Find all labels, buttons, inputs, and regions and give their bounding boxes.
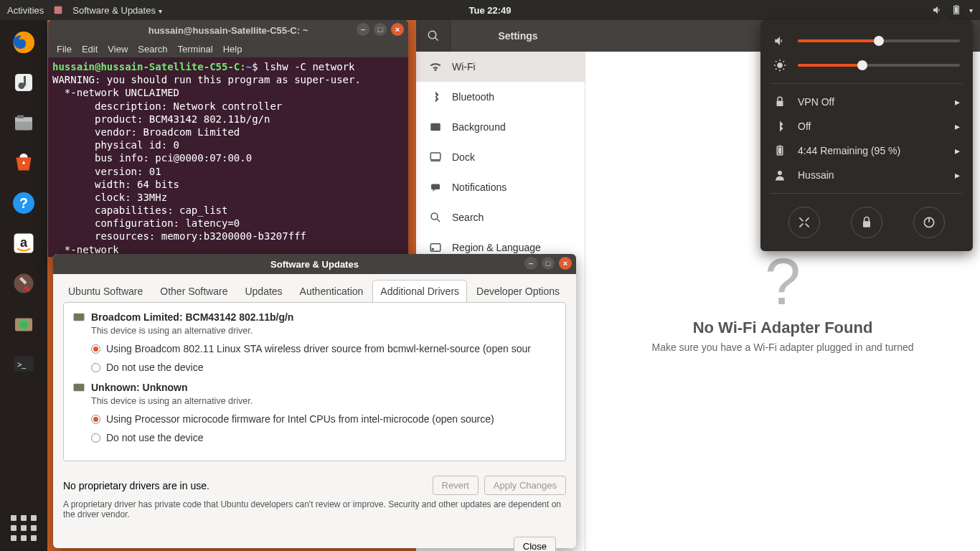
bluetooth-row[interactable]: Off ▸ [760,114,973,138]
sidebar-item-dock[interactable]: Dock [416,142,585,172]
activities-button[interactable]: Activities [7,5,44,16]
device-name: Unknown: Unknown [91,382,188,393]
terminal-titlebar[interactable]: hussain@hussain-Satellite-C55-C: ~ – □ × [48,20,408,40]
menu-search[interactable]: Search [138,44,167,55]
driver-option[interactable]: Using Broadcom 802.11 Linux STA wireless… [91,343,557,354]
driver-option-label: Do not use the device [106,362,203,373]
launcher-rhythmbox[interactable] [6,65,42,100]
svg-text:>_: >_ [17,360,26,369]
svg-rect-31 [75,385,83,390]
lock-icon [773,95,786,108]
brightness-icon [773,59,786,72]
close-button[interactable]: × [391,23,404,36]
launcher-updates[interactable] [6,306,42,342]
svg-point-32 [777,62,783,68]
sidebar-item-search[interactable]: Search [416,202,585,232]
menu-terminal[interactable]: Terminal [178,44,213,55]
sidebar-item-wifi[interactable]: Wi-Fi [416,52,585,82]
system-menu-caret-icon[interactable]: ▾ [969,6,973,14]
launcher-preferences[interactable] [6,265,42,301]
settings-button[interactable] [788,207,820,238]
sidebar-item-background[interactable]: Background [416,112,585,142]
svg-rect-22 [430,153,440,160]
chip-icon [72,312,85,322]
software-updates-title: Software & Updates [270,259,359,270]
volume-row [760,29,973,53]
clock[interactable]: Tue 22:49 [468,5,511,16]
sidebar-label: Dock [452,151,475,163]
chevron-right-icon: ▸ [955,121,960,132]
driver-option[interactable]: Do not use the device [91,362,557,373]
sidebar-item-notifications[interactable]: Notifications [416,172,585,202]
battery-row[interactable]: 4:44 Remaining (95 %) ▸ [760,138,973,163]
vpn-row[interactable]: VPN Off ▸ [760,90,973,114]
chevron-right-icon: ▸ [955,169,960,181]
settings-search-button[interactable] [416,20,451,52]
driver-option[interactable]: Do not use the device [91,432,557,443]
launcher-amazon[interactable]: a [6,225,42,261]
brightness-slider[interactable] [798,64,960,67]
launcher-files[interactable] [6,105,42,141]
app-menu[interactable]: Software & Updates ▾ [72,5,161,16]
maximize-button[interactable]: □ [542,257,555,270]
menu-help[interactable]: Help [223,44,242,55]
no-wifi-icon: ? [652,250,914,314]
chevron-right-icon: ▸ [955,145,960,156]
svg-rect-29 [75,314,83,320]
svg-rect-24 [431,184,440,190]
software-updates-titlebar[interactable]: Software & Updates – □ × [53,254,576,274]
drivers-summary: No proprietary drivers are in use. [63,480,209,491]
lock-button[interactable] [851,207,882,238]
driver-option-label: Using Processor microcode firmware for I… [106,413,494,425]
menu-item-label: VPN Off [798,96,834,108]
user-row[interactable]: Hussain ▸ [760,163,973,187]
terminal-title: hussain@hussain-Satellite-C55-C: ~ [149,25,308,36]
power-button[interactable] [913,207,945,238]
tab-updates[interactable]: Updates [237,280,290,302]
bluetooth-icon [773,120,786,133]
battery-indicator-icon[interactable] [951,4,962,16]
software-updates-window: Software & Updates – □ × Ubuntu Software… [53,254,576,548]
svg-rect-7 [24,76,26,86]
menu-edit[interactable]: Edit [82,44,98,55]
minimize-button[interactable]: – [524,257,537,270]
user-icon [773,169,786,182]
launcher-firefox[interactable] [6,24,42,60]
tab-additional-drivers[interactable]: Additional Drivers [372,280,467,302]
svg-line-40 [783,61,785,62]
no-wifi-subtext: Make sure you have a Wi-Fi adapter plugg… [652,342,914,353]
driver-option-label: Do not use the device [106,432,203,443]
tab-other-software[interactable]: Other Software [152,280,235,302]
revert-button[interactable]: Revert [433,476,479,495]
device-status: This device is using an alternative driv… [91,396,557,406]
radio-icon [91,415,100,424]
driver-option[interactable]: Using Processor microcode firmware for I… [91,413,557,425]
menu-file[interactable]: File [57,44,72,55]
launcher-terminal[interactable]: >_ [6,346,42,382]
close-button[interactable]: Close [514,537,556,551]
menu-view[interactable]: View [108,44,128,55]
minimize-button[interactable]: – [357,23,369,36]
terminal-output[interactable]: hussain@hussain-Satellite-C55-C:~$ lshw … [48,57,408,259]
sidebar-label: Search [452,212,484,223]
radio-icon [91,344,100,354]
maximize-button[interactable]: □ [374,23,387,36]
svg-rect-2 [956,5,958,6]
radio-icon [91,433,100,443]
app-menu-icon [52,4,64,16]
tab-authentication[interactable]: Authentication [292,280,372,302]
apply-changes-button[interactable]: Apply Changes [484,476,566,495]
volume-slider[interactable] [798,39,960,42]
tab-ubuntu-software[interactable]: Ubuntu Software [60,280,151,302]
launcher-help[interactable]: ? [6,185,42,221]
terminal-menubar: File Edit View Search Terminal Help [48,40,408,57]
launcher-software-center[interactable] [6,145,42,181]
sidebar-label: Region & Language [452,242,541,253]
drivers-list: Broadcom Limited: BCM43142 802.11b/g/n T… [63,302,566,461]
show-applications-button[interactable] [11,515,37,541]
device-block: Broadcom Limited: BCM43142 802.11b/g/n T… [72,311,557,373]
sidebar-item-bluetooth[interactable]: Bluetooth [416,82,585,112]
tab-developer-options[interactable]: Developer Options [468,280,567,302]
top-bar: Activities Software & Updates ▾ Tue 22:4… [0,0,980,20]
close-button[interactable]: × [559,257,572,270]
